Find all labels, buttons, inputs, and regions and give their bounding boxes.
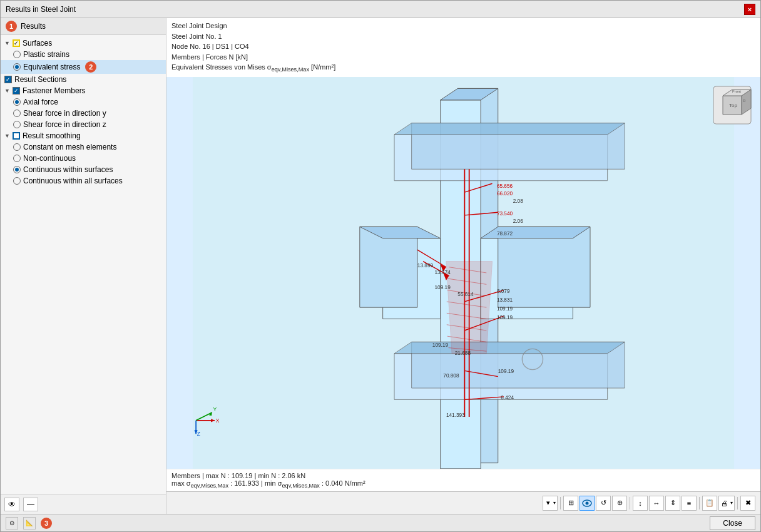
label-continuous-within: Continuous within surfaces <box>23 165 113 174</box>
tree-item-surfaces[interactable]: ▼ ✓ Surfaces <box>1 38 166 49</box>
tree-item-result-sections[interactable]: ✓ Result Sections <box>1 74 166 85</box>
tree-item-equivalent-stress[interactable]: Equivalent stress 2 <box>1 60 166 74</box>
badge-1: 1 <box>6 21 17 32</box>
header-line5-sub: eqv,Mises,Max <box>272 66 309 73</box>
tree-item-continuous-within[interactable]: Continuous within surfaces <box>1 164 166 175</box>
header-line5: Equivalent Stresses von Mises σeqv,Mises… <box>171 62 755 74</box>
corner-cube[interactable]: Top R Front <box>710 83 754 127</box>
header-line5-suffix: [N/mm²] <box>309 63 335 71</box>
svg-text:2.06: 2.06 <box>513 218 523 224</box>
svg-point-75 <box>586 501 589 504</box>
label-fastener-members: Fastener Members <box>23 86 86 95</box>
checkbox-surfaces[interactable]: ✓ <box>13 39 20 47</box>
label-plastic-strains: Plastic strains <box>23 50 69 59</box>
svg-text:Z: Z <box>197 431 200 437</box>
svg-text:21.688: 21.688 <box>455 350 471 356</box>
svg-marker-15 <box>394 342 625 353</box>
svg-text:13.831: 13.831 <box>497 297 513 303</box>
tree-item-axial-force[interactable]: Axial force <box>1 96 166 108</box>
tree-item-constant-mesh[interactable]: Constant on mesh elements <box>1 141 166 153</box>
radio-shear-z[interactable] <box>13 121 21 128</box>
tree-item-shear-z[interactable]: Shear force in direction z <box>1 119 166 130</box>
view-dropdown-btn[interactable]: ▾ <box>543 496 558 511</box>
toolbar-right: ▾ ⊞ ↺ ⊕ ↕ ↔ ⇕ ≡ <box>543 496 755 511</box>
plate-top <box>394 123 625 181</box>
svg-text:73.540: 73.540 <box>497 211 513 217</box>
axis-indicator: X Y Z <box>185 394 223 431</box>
header-line1: Steel Joint Design <box>171 21 755 31</box>
visibility-btn[interactable] <box>580 496 595 511</box>
print-btn[interactable]: 🖨 <box>718 496 735 511</box>
bottom-toolbar: ▾ ⊞ ↺ ⊕ ↕ ↔ ⇕ ≡ <box>166 491 760 514</box>
checkbox-fastener-members[interactable]: ✓ <box>13 87 20 95</box>
chevron-smoothing: ▼ <box>4 133 10 139</box>
radio-axial-force[interactable] <box>13 98 21 106</box>
tree-item-plastic-strains[interactable]: Plastic strains <box>1 49 166 60</box>
statusbar: ⊙ 📐 3 Close <box>1 514 760 531</box>
svg-text:13.574: 13.574 <box>434 270 451 275</box>
label-result-smoothing: Result smoothing <box>23 131 81 140</box>
main-window: Results in Steel Joint × 1 Results ▼ ✓ S… <box>0 0 761 532</box>
checkbox-result-sections[interactable]: ✓ <box>4 76 12 83</box>
tree-item-shear-y[interactable]: Shear force in direction y <box>1 108 166 119</box>
rotate-btn[interactable]: ↺ <box>596 496 611 511</box>
status-icon-1[interactable]: ⊙ <box>6 517 18 529</box>
footer-line2-prefix: max σ <box>171 479 191 487</box>
viewport-footer: Members | max N : 109.19 | min N : 2.06 … <box>166 469 760 491</box>
radio-equivalent-stress[interactable] <box>13 63 21 71</box>
radio-continuous-all[interactable] <box>13 177 21 185</box>
label-axial-force: Axial force <box>23 98 58 106</box>
move-btn[interactable]: ⊕ <box>612 496 627 511</box>
svg-text:66.020: 66.020 <box>497 191 513 197</box>
status-icon-2[interactable]: 📐 <box>23 517 36 529</box>
footer-line2-sub: eqv,Mises,Max <box>191 483 228 489</box>
layer-btn[interactable]: 📋 <box>702 496 717 511</box>
tree-area: ▼ ✓ Surfaces Plastic strains Equivalent … <box>1 35 166 494</box>
panel-bottom: 👁 — <box>1 494 166 514</box>
separator-4 <box>737 497 738 509</box>
window-close-button[interactable]: × <box>744 4 755 15</box>
select-btn[interactable]: ≡ <box>682 496 697 511</box>
label-surfaces: Surfaces <box>23 39 52 48</box>
svg-marker-8 <box>498 227 590 307</box>
svg-text:109.19: 109.19 <box>434 285 451 290</box>
grid-btn[interactable]: ⊞ <box>563 496 578 511</box>
tree-item-continuous-all[interactable]: Continuous within all surfaces <box>1 175 166 187</box>
fit-btn[interactable]: ↕ <box>633 496 648 511</box>
pan-btn[interactable]: ⇕ <box>665 496 680 511</box>
panel-header: 1 Results <box>1 18 166 35</box>
viewport-svg: 65.656 66.020 2.08 73.540 2.06 78.872 13… <box>166 77 760 469</box>
tree-item-fastener-members[interactable]: ▼ ✓ Fastener Members <box>1 85 166 96</box>
svg-marker-5 <box>360 227 417 307</box>
footer-line2-sub2: eqv,Mises,Max <box>282 483 320 489</box>
tree-item-non-continuous[interactable]: Non-continuous <box>1 153 166 164</box>
close-button[interactable]: Close <box>710 516 755 530</box>
viewport-3d[interactable]: 65.656 66.020 2.08 73.540 2.06 78.872 13… <box>166 77 760 469</box>
svg-text:2.08: 2.08 <box>513 198 523 204</box>
line-button[interactable]: — <box>23 498 38 511</box>
svg-text:141.393: 141.393 <box>446 412 465 418</box>
eye-button[interactable]: 👁 <box>4 498 19 511</box>
viewport-header: Steel Joint Design Steel Joint No. 1 Nod… <box>166 18 760 77</box>
radio-non-continuous[interactable] <box>13 155 21 162</box>
beam-left <box>360 227 441 319</box>
label-constant-mesh: Constant on mesh elements <box>23 143 116 151</box>
svg-text:13.899: 13.899 <box>417 263 434 269</box>
radio-constant-mesh[interactable] <box>13 143 21 151</box>
svg-text:6.424: 6.424 <box>501 395 514 401</box>
chevron-surfaces: ▼ <box>4 40 10 46</box>
zoom-btn[interactable]: ↔ <box>649 496 664 511</box>
radio-shear-y[interactable] <box>13 110 21 117</box>
header-line2: Steel Joint No. 1 <box>171 31 755 42</box>
svg-text:78.872: 78.872 <box>497 231 513 237</box>
footer-line2-mid: : 161.933 | min σ <box>228 479 282 487</box>
label-shear-y: Shear force in direction y <box>23 109 106 118</box>
checkbox-result-smoothing[interactable] <box>13 132 20 140</box>
label-equivalent-stress: Equivalent stress <box>23 63 80 71</box>
tree-item-result-smoothing[interactable]: ▼ Result smoothing <box>1 130 166 141</box>
footer-line2: max σeqv,Mises,Max : 161.933 | min σeqv,… <box>171 479 755 489</box>
header-line4: Members | Forces N [kN] <box>171 52 755 63</box>
radio-plastic-strains[interactable] <box>13 51 21 58</box>
radio-continuous-within[interactable] <box>13 166 21 173</box>
close-icon-btn[interactable]: ✖ <box>740 496 755 511</box>
